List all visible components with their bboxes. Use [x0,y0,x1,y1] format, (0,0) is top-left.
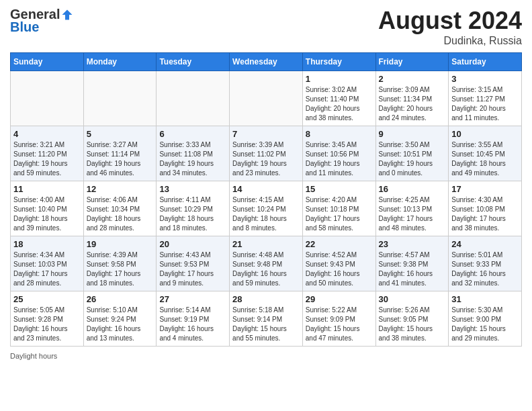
cell-info: Sunrise: 3:21 AM Sunset: 11:20 PM Daylig… [13,140,81,178]
calendar-cell: 23Sunrise: 4:57 AM Sunset: 9:38 PM Dayli… [375,236,449,291]
cell-info: Sunrise: 3:33 AM Sunset: 11:08 PM Daylig… [159,140,226,178]
calendar-cell: 22Sunrise: 4:52 AM Sunset: 9:43 PM Dayli… [302,236,375,291]
cell-date: 31 [451,294,519,304]
calendar-cell: 27Sunrise: 5:14 AM Sunset: 9:19 PM Dayli… [157,291,230,347]
calendar-cell: 16Sunrise: 4:25 AM Sunset: 10:13 PM Dayl… [375,181,449,236]
calendar-table: SundayMondayTuesdayWednesdayThursdayFrid… [10,52,522,347]
cell-date: 27 [159,294,226,304]
cell-info: Sunrise: 5:01 AM Sunset: 9:33 PM Dayligh… [451,250,519,288]
calendar-cell [83,71,157,126]
calendar-cell: 25Sunrise: 5:05 AM Sunset: 9:28 PM Dayli… [11,291,84,347]
cell-info: Sunrise: 3:02 AM Sunset: 11:40 PM Daylig… [306,85,373,123]
cell-date: 11 [13,184,81,194]
title-block: August 2024 Dudinka, Russia [378,7,522,47]
cell-info: Sunrise: 4:25 AM Sunset: 10:13 PM Daylig… [379,195,446,233]
cell-info: Sunrise: 4:57 AM Sunset: 9:38 PM Dayligh… [379,250,446,288]
calendar-cell: 1Sunrise: 3:02 AM Sunset: 11:40 PM Dayli… [302,71,375,126]
calendar-week-2: 4Sunrise: 3:21 AM Sunset: 11:20 PM Dayli… [11,126,522,181]
calendar-cell: 14Sunrise: 4:15 AM Sunset: 10:24 PM Dayl… [230,181,303,236]
cell-date: 13 [159,184,226,194]
cell-info: Sunrise: 3:27 AM Sunset: 11:14 PM Daylig… [87,140,154,178]
calendar-cell: 9Sunrise: 3:50 AM Sunset: 10:51 PM Dayli… [375,126,449,181]
cell-info: Sunrise: 4:15 AM Sunset: 10:24 PM Daylig… [232,195,300,233]
cell-info: Sunrise: 5:18 AM Sunset: 9:14 PM Dayligh… [232,306,300,343]
cell-info: Sunrise: 4:34 AM Sunset: 10:03 PM Daylig… [13,250,81,288]
calendar-cell: 6Sunrise: 3:33 AM Sunset: 11:08 PM Dayli… [157,126,230,181]
cell-date: 1 [306,74,373,84]
day-header-thursday: Thursday [302,53,375,71]
day-header-tuesday: Tuesday [157,53,230,71]
calendar-cell: 10Sunrise: 3:55 AM Sunset: 10:45 PM Dayl… [449,126,522,181]
cell-info: Sunrise: 3:55 AM Sunset: 10:45 PM Daylig… [451,140,519,178]
cell-info: Sunrise: 4:30 AM Sunset: 10:08 PM Daylig… [451,195,519,233]
cell-date: 9 [379,129,446,139]
cell-date: 19 [87,239,154,249]
cell-date: 23 [379,239,446,249]
calendar-cell [11,71,84,126]
logo-blue-text: Blue [10,19,39,35]
cell-info: Sunrise: 4:39 AM Sunset: 9:58 PM Dayligh… [87,250,154,288]
calendar-cell: 29Sunrise: 5:22 AM Sunset: 9:09 PM Dayli… [302,291,375,347]
page-header: General Blue August 2024 Dudinka, Russia [10,7,522,47]
calendar-week-5: 25Sunrise: 5:05 AM Sunset: 9:28 PM Dayli… [11,291,522,347]
calendar-cell: 21Sunrise: 4:48 AM Sunset: 9:48 PM Dayli… [230,236,303,291]
cell-info: Sunrise: 4:48 AM Sunset: 9:48 PM Dayligh… [232,250,300,288]
cell-info: Sunrise: 3:15 AM Sunset: 11:27 PM Daylig… [451,85,519,123]
cell-date: 17 [451,184,519,194]
calendar-cell: 18Sunrise: 4:34 AM Sunset: 10:03 PM Dayl… [11,236,84,291]
cell-date: 29 [306,294,373,304]
calendar-cell: 11Sunrise: 4:00 AM Sunset: 10:40 PM Dayl… [11,181,84,236]
cell-info: Sunrise: 4:00 AM Sunset: 10:40 PM Daylig… [13,195,81,233]
cell-date: 16 [379,184,446,194]
cell-date: 5 [87,129,154,139]
calendar-cell [157,71,230,126]
cell-date: 7 [232,129,300,139]
cell-date: 14 [232,184,300,194]
cell-info: Sunrise: 4:43 AM Sunset: 9:53 PM Dayligh… [159,250,226,288]
footer: Daylight hours [10,352,522,360]
calendar-cell: 31Sunrise: 5:30 AM Sunset: 9:00 PM Dayli… [449,291,522,347]
cell-date: 28 [232,294,300,304]
calendar-header-row: SundayMondayTuesdayWednesdayThursdayFrid… [11,53,522,71]
location-text: Dudinka, Russia [378,35,522,47]
calendar-cell [230,71,303,126]
day-header-friday: Friday [375,53,449,71]
day-header-monday: Monday [83,53,157,71]
calendar-cell: 12Sunrise: 4:06 AM Sunset: 10:34 PM Dayl… [83,181,157,236]
calendar-cell: 4Sunrise: 3:21 AM Sunset: 11:20 PM Dayli… [11,126,84,181]
cell-date: 12 [87,184,154,194]
cell-info: Sunrise: 5:10 AM Sunset: 9:24 PM Dayligh… [87,306,154,343]
cell-date: 4 [13,129,81,139]
cell-date: 25 [13,294,81,304]
cell-info: Sunrise: 4:11 AM Sunset: 10:29 PM Daylig… [159,195,226,233]
calendar-cell: 8Sunrise: 3:45 AM Sunset: 10:56 PM Dayli… [302,126,375,181]
cell-date: 6 [159,129,226,139]
calendar-cell: 19Sunrise: 4:39 AM Sunset: 9:58 PM Dayli… [83,236,157,291]
cell-date: 30 [379,294,446,304]
day-header-saturday: Saturday [449,53,522,71]
calendar-week-1: 1Sunrise: 3:02 AM Sunset: 11:40 PM Dayli… [11,71,522,126]
calendar-cell: 17Sunrise: 4:30 AM Sunset: 10:08 PM Dayl… [449,181,522,236]
cell-date: 15 [306,184,373,194]
cell-date: 26 [87,294,154,304]
cell-info: Sunrise: 5:30 AM Sunset: 9:00 PM Dayligh… [451,306,519,343]
calendar-week-4: 18Sunrise: 4:34 AM Sunset: 10:03 PM Dayl… [11,236,522,291]
calendar-cell: 26Sunrise: 5:10 AM Sunset: 9:24 PM Dayli… [83,291,157,347]
calendar-cell: 24Sunrise: 5:01 AM Sunset: 9:33 PM Dayli… [449,236,522,291]
calendar-cell: 13Sunrise: 4:11 AM Sunset: 10:29 PM Dayl… [157,181,230,236]
calendar-cell: 20Sunrise: 4:43 AM Sunset: 9:53 PM Dayli… [157,236,230,291]
cell-info: Sunrise: 4:52 AM Sunset: 9:43 PM Dayligh… [306,250,373,288]
logo-icon [61,9,73,21]
cell-date: 20 [159,239,226,249]
cell-date: 24 [451,239,519,249]
calendar-cell: 2Sunrise: 3:09 AM Sunset: 11:34 PM Dayli… [375,71,449,126]
cell-info: Sunrise: 4:06 AM Sunset: 10:34 PM Daylig… [87,195,154,233]
cell-info: Sunrise: 3:09 AM Sunset: 11:34 PM Daylig… [379,85,446,123]
cell-info: Sunrise: 3:45 AM Sunset: 10:56 PM Daylig… [306,140,373,178]
cell-info: Sunrise: 5:26 AM Sunset: 9:05 PM Dayligh… [379,306,446,343]
cell-info: Sunrise: 5:22 AM Sunset: 9:09 PM Dayligh… [306,306,373,343]
cell-date: 3 [451,74,519,84]
logo: General Blue [10,7,73,35]
daylight-label: Daylight hours [10,352,57,360]
day-header-wednesday: Wednesday [230,53,303,71]
